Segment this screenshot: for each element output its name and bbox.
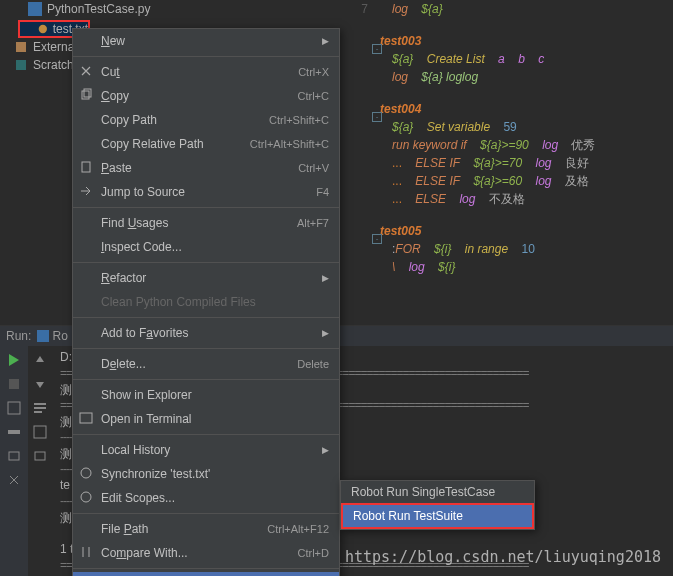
scroll-button[interactable]: [32, 424, 48, 440]
cut-icon: [79, 64, 93, 78]
run-config-icon: [37, 330, 49, 342]
svg-rect-16: [9, 452, 19, 460]
sync-icon: [79, 466, 93, 480]
robot-file-icon: [38, 22, 48, 36]
menu-copy-rel-path[interactable]: Copy Relative PathCtrl+Alt+Shift+C: [73, 132, 339, 156]
svg-point-1: [39, 25, 47, 33]
terminal-icon: [79, 411, 93, 425]
svg-rect-18: [34, 407, 46, 409]
jump-icon: [79, 184, 93, 198]
scratch-icon: [14, 58, 28, 72]
compare-icon: [79, 545, 93, 559]
copy-icon: [79, 88, 93, 102]
up-button[interactable]: [32, 352, 48, 368]
python-file-icon: [28, 2, 42, 16]
svg-rect-3: [16, 60, 26, 70]
svg-rect-21: [35, 452, 45, 460]
menu-edit-scopes[interactable]: Edit Scopes...: [73, 486, 339, 510]
code-editor[interactable]: 7log ${a} -test003 ${a} Create List a b …: [340, 0, 673, 346]
pin-button[interactable]: [6, 424, 22, 440]
paste-icon: [79, 160, 93, 174]
svg-rect-5: [84, 89, 91, 97]
print-button[interactable]: [6, 448, 22, 464]
menu-open-terminal[interactable]: Open in Terminal: [73, 407, 339, 431]
fold-icon[interactable]: -: [372, 112, 382, 122]
svg-rect-17: [34, 403, 46, 405]
svg-rect-11: [37, 330, 49, 342]
svg-rect-4: [82, 91, 89, 99]
submenu-run-suite[interactable]: Robot Run TestSuite: [341, 503, 534, 529]
menu-inspect-code[interactable]: Inspect Code...: [73, 235, 339, 259]
menu-show-explorer[interactable]: Show in Explorer: [73, 383, 339, 407]
menu-copy-path[interactable]: Copy PathCtrl+Shift+C: [73, 108, 339, 132]
menu-refactor[interactable]: Refactor▶: [73, 266, 339, 290]
fold-icon[interactable]: -: [372, 234, 382, 244]
tree-label: PythonTestCase.py: [47, 2, 150, 16]
menu-jump-source[interactable]: Jump to SourceF4: [73, 180, 339, 204]
print2-button[interactable]: [32, 448, 48, 464]
svg-rect-0: [28, 2, 42, 16]
wrap-button[interactable]: [32, 400, 48, 416]
menu-cut[interactable]: CutCtrl+X: [73, 60, 339, 84]
svg-marker-12: [9, 354, 19, 366]
svg-rect-19: [34, 411, 42, 413]
delete-button[interactable]: [6, 472, 22, 488]
menu-clean-pyc: Clean Python Compiled Files: [73, 290, 339, 314]
svg-rect-6: [82, 162, 90, 172]
menu-local-history[interactable]: Local History▶: [73, 438, 339, 462]
library-icon: [14, 40, 28, 54]
stop-button[interactable]: [6, 376, 22, 392]
svg-rect-13: [9, 379, 19, 389]
menu-add-favorites[interactable]: Add to Favorites▶: [73, 321, 339, 345]
fold-icon[interactable]: -: [372, 44, 382, 54]
submenu-run-single[interactable]: Robot Run SingleTestCase: [341, 481, 534, 503]
watermark: https://blog.csdn.net/liuyuqing2018: [345, 548, 661, 566]
menu-delete[interactable]: Delete...Delete: [73, 352, 339, 376]
run-toolbar: [0, 346, 28, 576]
menu-new[interactable]: New▶: [73, 29, 339, 53]
menu-paste[interactable]: PasteCtrl+V: [73, 156, 339, 180]
tree-label: Externa: [33, 40, 74, 54]
menu-find-usages[interactable]: Find UsagesAlt+F7: [73, 211, 339, 235]
tree-file-python[interactable]: PythonTestCase.py: [0, 0, 340, 18]
svg-rect-14: [8, 402, 20, 414]
menu-compare-with[interactable]: Compare With...Ctrl+D: [73, 541, 339, 565]
line-number: 7: [340, 2, 374, 16]
menu-copy[interactable]: CopyCtrl+C: [73, 84, 339, 108]
scopes-icon: [79, 490, 93, 504]
external-tools-submenu: Robot Run SingleTestCase Robot Run TestS…: [340, 480, 535, 530]
menu-synchronize[interactable]: Synchronize 'test.txt': [73, 462, 339, 486]
layout-button[interactable]: [6, 400, 22, 416]
context-menu: New▶ CutCtrl+X CopyCtrl+C Copy PathCtrl+…: [72, 28, 340, 576]
svg-point-8: [81, 468, 91, 478]
svg-rect-7: [80, 413, 92, 423]
svg-rect-15: [8, 430, 20, 434]
down-button[interactable]: [32, 376, 48, 392]
svg-rect-20: [34, 426, 46, 438]
svg-point-9: [81, 492, 91, 502]
tree-label: Scratch: [33, 58, 74, 72]
rerun-button[interactable]: [6, 352, 22, 368]
svg-rect-2: [16, 42, 26, 52]
console-toolbar: [28, 346, 52, 576]
menu-file-path[interactable]: File PathCtrl+Alt+F12: [73, 517, 339, 541]
menu-external-tools[interactable]: External Tools▶: [73, 572, 339, 576]
